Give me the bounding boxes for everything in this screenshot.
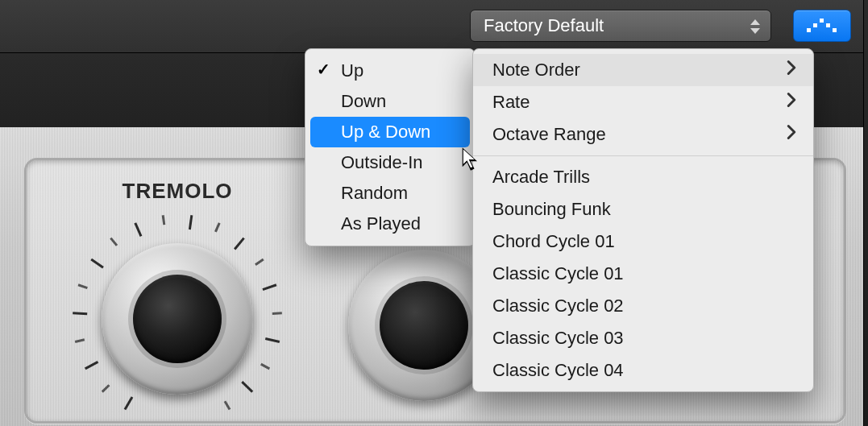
svg-rect-6 <box>833 28 837 32</box>
menu-preset-item[interactable]: Bouncing Funk <box>473 193 813 225</box>
knob-tick <box>73 312 87 315</box>
submenu-item-label: Up & Down <box>341 122 457 143</box>
context-menu[interactable]: Note OrderRateOctave RangeArcade TrillsB… <box>472 48 814 392</box>
chevron-right-icon <box>786 60 797 81</box>
knob-tick <box>124 396 134 410</box>
submenu-item[interactable]: Up & Down <box>310 117 470 147</box>
menu-item-label: Classic Cycle 03 <box>492 328 797 349</box>
knob-tick <box>85 361 98 370</box>
svg-rect-4 <box>820 19 824 23</box>
submenu-item[interactable]: As Played <box>305 209 475 239</box>
knob-tick <box>189 215 193 230</box>
knob-tick <box>78 283 88 289</box>
knob-tick <box>102 384 110 393</box>
knob-tick <box>90 258 104 269</box>
knob-tick <box>162 215 166 225</box>
submenu-item-label: Down <box>341 91 462 112</box>
submenu-item-label: Random <box>341 183 462 204</box>
knob-tick <box>214 222 221 232</box>
svg-rect-5 <box>826 23 830 27</box>
svg-marker-0 <box>750 19 760 25</box>
menu-preset-item[interactable]: Classic Cycle 01 <box>473 258 813 290</box>
menu-item-octave-range[interactable]: Octave Range <box>473 118 813 151</box>
knob-tick <box>260 363 270 370</box>
menu-preset-item[interactable]: Classic Cycle 02 <box>473 290 813 322</box>
preset-dropdown[interactable]: Factory Default <box>470 10 771 42</box>
knob-tick <box>255 258 264 266</box>
menu-item-rate[interactable]: Rate <box>473 86 813 118</box>
knob-label-tremolo: TREMOLO <box>73 179 282 204</box>
tremolo-knob[interactable] <box>56 206 298 426</box>
knob-tick <box>75 338 85 343</box>
menu-separator <box>473 155 813 156</box>
chevron-right-icon <box>786 124 797 145</box>
menu-preset-item[interactable]: Arcade Trills <box>473 161 813 193</box>
chevron-right-icon <box>786 92 797 113</box>
menu-preset-item[interactable]: Classic Cycle 03 <box>473 322 813 354</box>
submenu-note-order[interactable]: UpDownUp & DownOutside-InRandomAs Played <box>305 48 476 246</box>
knob-tick <box>241 381 253 393</box>
menu-item-label: Classic Cycle 02 <box>492 296 797 316</box>
preset-stepper-icon[interactable] <box>746 15 764 38</box>
menu-preset-item[interactable]: Classic Cycle 04 <box>473 354 813 387</box>
menu-item-label: Rate <box>492 92 786 113</box>
arpeggiator-icon <box>804 17 840 35</box>
knob-dial[interactable] <box>102 243 253 395</box>
submenu-item-label: Up <box>341 60 462 81</box>
menu-item-label: Arcade Trills <box>492 167 797 188</box>
window-edge <box>863 0 868 426</box>
menu-item-note-order[interactable]: Note Order <box>473 54 813 86</box>
knob-tick <box>262 283 276 291</box>
svg-rect-3 <box>813 23 817 27</box>
arpeggiator-button[interactable] <box>793 10 851 42</box>
knob-tick <box>110 238 118 246</box>
submenu-item[interactable]: Outside-In <box>305 147 475 178</box>
menu-item-label: Note Order <box>492 60 786 81</box>
knob-tick <box>265 337 280 343</box>
menu-item-label: Octave Range <box>492 124 786 145</box>
knob-tick <box>224 400 231 410</box>
knob-tick <box>134 222 142 237</box>
menu-preset-item[interactable]: Chord Cycle 01 <box>473 225 813 258</box>
knob-tick <box>272 312 282 315</box>
submenu-item[interactable]: Up <box>305 56 475 86</box>
submenu-item-label: As Played <box>341 213 462 234</box>
svg-rect-2 <box>807 28 811 32</box>
knob-tick <box>234 238 245 250</box>
menu-item-label: Chord Cycle 01 <box>492 231 797 252</box>
submenu-item-label: Outside-In <box>341 152 462 173</box>
menu-item-label: Bouncing Funk <box>492 199 797 220</box>
menu-item-label: Classic Cycle 04 <box>492 360 797 381</box>
submenu-item[interactable]: Down <box>305 86 475 117</box>
menu-item-label: Classic Cycle 01 <box>492 263 797 284</box>
preset-label: Factory Default <box>484 15 604 36</box>
submenu-item[interactable]: Random <box>305 178 475 209</box>
svg-marker-1 <box>750 28 760 34</box>
